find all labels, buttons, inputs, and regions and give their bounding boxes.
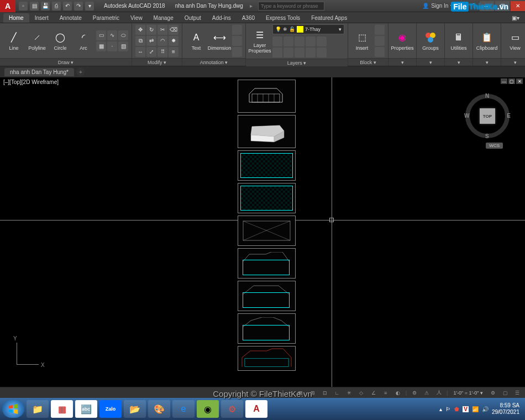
lineweight-button[interactable]: ≡ — [381, 389, 390, 397]
viewcube-s[interactable]: S — [485, 133, 489, 139]
file-tab[interactable]: nha anh Dan Tay Hung* — [4, 68, 74, 76]
taskbar-paint[interactable]: 🎨 — [148, 400, 170, 418]
workspace-button[interactable]: ⚙ — [410, 389, 419, 397]
tab-manage[interactable]: Manage — [148, 13, 179, 23]
panel-block-title[interactable]: Block ▾ — [348, 58, 388, 66]
taskbar-zalo[interactable]: Zalo — [99, 400, 122, 418]
layer-off-icon[interactable] — [272, 36, 282, 46]
doc-maximize[interactable]: ▢ — [508, 78, 515, 84]
hatch-icon[interactable]: ▦ — [96, 41, 106, 51]
polyline-button[interactable]: ⟋Polyline — [27, 31, 48, 51]
doc-minimize[interactable]: — — [501, 78, 507, 84]
tab-a360[interactable]: A360 — [237, 13, 260, 23]
panel-view-title[interactable]: ▾ — [501, 58, 525, 66]
table-icon[interactable] — [232, 36, 242, 46]
add-file-tab[interactable]: + — [76, 67, 85, 76]
tray-flag-icon[interactable]: 🏳 — [445, 406, 451, 412]
panel-modify-title[interactable]: Modify ▾ — [132, 58, 182, 66]
layer-iso-icon[interactable] — [272, 48, 282, 57]
panel-clipboard-title[interactable]: ▾ — [473, 58, 501, 66]
tab-addins[interactable]: Add-ins — [207, 13, 237, 23]
search-input[interactable] — [258, 2, 324, 11]
tab-output[interactable]: Output — [179, 13, 207, 23]
taskbar-ie[interactable]: e — [172, 400, 195, 418]
leader-icon[interactable] — [232, 25, 242, 35]
ribbon-minimize[interactable]: ▣▾ — [506, 13, 525, 23]
panel-properties-title[interactable]: ▾ — [389, 58, 416, 66]
groups-button[interactable]: Groups — [420, 31, 441, 51]
offset-icon[interactable]: ≡ — [169, 47, 179, 57]
move-icon[interactable]: ✥ — [135, 25, 145, 35]
tray-network-icon[interactable]: 📶 — [472, 406, 479, 412]
doc-close[interactable]: ✕ — [516, 78, 523, 84]
dimension-button[interactable]: ⟷Dimension — [209, 31, 230, 51]
panel-groups-title[interactable]: ▾ — [417, 58, 444, 66]
qat-open[interactable]: ▤ — [30, 2, 39, 11]
viewcube-top[interactable]: TOP — [480, 108, 495, 124]
insert-button[interactable]: ⬚Insert — [351, 31, 372, 51]
layer-freeze-icon[interactable] — [284, 36, 293, 46]
attr-icon[interactable] — [375, 47, 385, 57]
panel-utilities-title[interactable]: ▾ — [445, 58, 473, 66]
annotation-monitor-button[interactable]: ⚠ — [422, 389, 431, 397]
tab-annotate[interactable]: Annotate — [54, 13, 87, 23]
arc-button[interactable]: ◜Arc — [73, 31, 94, 51]
workspace-switch-button[interactable]: ⚙ — [489, 389, 497, 397]
rect-icon[interactable]: ▭ — [96, 30, 106, 40]
layer-uniso-icon[interactable] — [284, 48, 293, 57]
ellipse-icon[interactable]: ⬭ — [118, 30, 128, 40]
tab-insert[interactable]: Insert — [29, 13, 54, 23]
scale-icon[interactable]: ⤢ — [146, 47, 156, 57]
tray-up-icon[interactable]: ▴ — [439, 406, 442, 412]
drawing-canvas[interactable]: [–][Top][2D Wireframe] — ▢ ✕ — [0, 77, 525, 387]
tab-home[interactable]: Home — [3, 13, 29, 23]
qat-save[interactable]: 💾 — [41, 2, 50, 11]
transparency-button[interactable]: ◐ — [393, 389, 402, 397]
text-button[interactable]: AText — [186, 31, 207, 51]
taskbar-autocad[interactable]: A — [245, 400, 267, 418]
mtext-icon[interactable] — [232, 47, 242, 57]
osnap-button[interactable]: ◇ — [357, 389, 366, 397]
layer-walk-icon[interactable] — [317, 48, 327, 57]
tab-parametric[interactable]: Parametric — [87, 13, 125, 23]
layer-prev-icon[interactable] — [317, 36, 327, 46]
panel-layers-title[interactable]: Layers ▾ — [246, 59, 348, 66]
grid-button[interactable]: ⊞ — [308, 389, 317, 397]
polar-button[interactable]: ✳ — [345, 389, 354, 397]
circle-button[interactable]: ◯Circle — [50, 31, 71, 51]
copy-icon[interactable]: ⧉ — [135, 36, 145, 46]
properties-button[interactable]: ◉Properties — [392, 31, 413, 51]
taskbar-app3[interactable]: ◉ — [197, 400, 219, 418]
point-icon[interactable]: · — [107, 41, 117, 51]
units-button[interactable]: 人 — [434, 389, 443, 397]
trim-icon[interactable]: ✂ — [158, 25, 167, 35]
tray-lang-icon[interactable]: V — [463, 406, 469, 412]
wcs-label[interactable]: WCS — [486, 143, 503, 149]
edit-block-icon[interactable] — [375, 36, 385, 46]
qat-new[interactable]: ▫ — [19, 2, 28, 11]
layer-make-icon[interactable] — [295, 48, 305, 57]
tray-shield-icon[interactable]: ⬟ — [454, 406, 459, 412]
stretch-icon[interactable]: ↔ — [135, 47, 145, 57]
erase-icon[interactable]: ⌫ — [169, 25, 179, 35]
layer-change-icon[interactable] — [306, 48, 316, 57]
viewcube[interactable]: TOP N S E W — [465, 94, 510, 138]
otrack-button[interactable]: ∠ — [369, 389, 378, 397]
viewcube-w[interactable]: W — [464, 113, 469, 119]
layer-dropdown[interactable]: 💡 ❄ 🔓 7-Thay ▾ — [272, 24, 344, 34]
tab-express[interactable]: Express Tools — [260, 13, 306, 23]
viewcube-n[interactable]: N — [485, 93, 489, 99]
tab-featured[interactable]: Featured Apps — [306, 13, 353, 23]
qat-saveas[interactable]: ⎙ — [52, 2, 61, 11]
explode-icon[interactable]: ✸ — [169, 36, 179, 46]
line-button[interactable]: ╱Line — [3, 31, 24, 51]
create-block-icon[interactable] — [375, 25, 385, 35]
spline-icon[interactable]: ∿ — [107, 30, 117, 40]
layer-lock-icon[interactable] — [295, 36, 305, 46]
layer-properties-button[interactable]: ☰Layer Properties — [249, 28, 270, 54]
snap-button[interactable]: ⊡ — [321, 389, 329, 397]
tray-volume-icon[interactable]: 🔊 — [482, 406, 489, 412]
ortho-button[interactable]: ∟ — [333, 389, 342, 397]
taskbar-app1[interactable]: ▦ — [51, 400, 73, 418]
model-space-button[interactable]: ▦ — [296, 389, 305, 397]
